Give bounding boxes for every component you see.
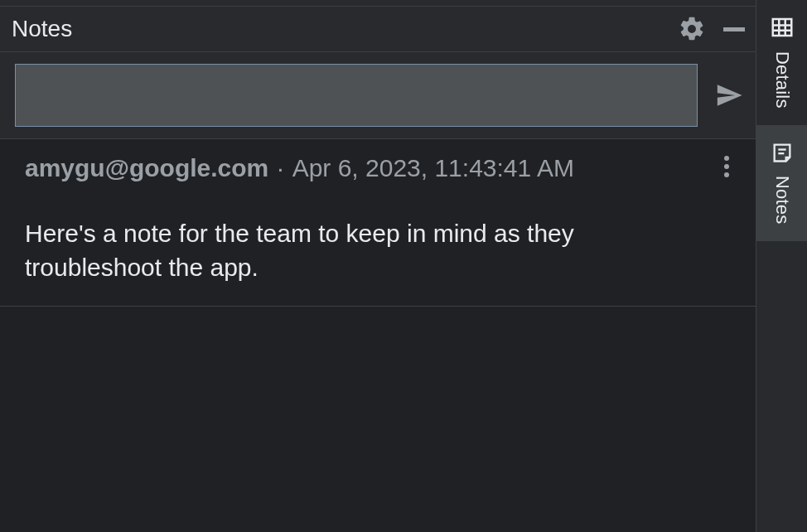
svg-point-0 — [724, 156, 729, 161]
tab-details-label: Details — [771, 51, 793, 109]
note-entry: amygu@google.com · Apr 6, 2023, 11:43:41… — [0, 139, 756, 307]
gear-icon[interactable] — [678, 15, 706, 43]
note-author: amygu@google.com — [25, 154, 268, 182]
sidebar: Details Notes — [756, 0, 807, 532]
svg-rect-3 — [772, 19, 791, 36]
note-timestamp: Apr 6, 2023, 11:43:41 AM — [292, 154, 574, 182]
panel-title: Notes — [12, 16, 678, 42]
compose-input[interactable] — [15, 64, 698, 127]
tab-notes[interactable]: Notes — [756, 126, 807, 241]
more-vert-icon[interactable] — [722, 154, 731, 182]
minimize-icon[interactable] — [722, 17, 746, 41]
note-icon — [771, 141, 794, 167]
compose-row — [0, 52, 756, 139]
tab-notes-label: Notes — [771, 176, 793, 224]
svg-point-1 — [724, 164, 729, 169]
tab-details[interactable]: Details — [756, 0, 807, 126]
panel-header: Notes — [0, 7, 756, 52]
note-meta: amygu@google.com · Apr 6, 2023, 11:43:41… — [25, 154, 739, 182]
main-column: Notes amygu@googl — [0, 0, 756, 532]
table-icon — [770, 15, 795, 43]
svg-point-2 — [724, 172, 729, 177]
notes-panel-app: Notes amygu@googl — [0, 0, 807, 532]
header-icons — [678, 15, 746, 43]
note-separator: · — [277, 154, 283, 182]
note-body: Here's a note for the team to keep in mi… — [25, 217, 655, 284]
topbar-strip — [0, 0, 756, 7]
send-icon[interactable] — [713, 81, 746, 109]
